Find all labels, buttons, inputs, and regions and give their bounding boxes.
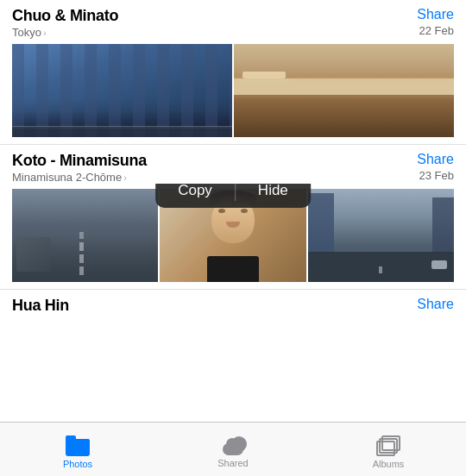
chevron-icon-2: ›: [123, 172, 127, 183]
tab-photos-label: Photos: [63, 459, 92, 469]
copy-menu-item[interactable]: Copy: [155, 184, 235, 208]
tab-shared[interactable]: Shared: [155, 431, 311, 468]
albums-icon: [376, 435, 400, 456]
share-button-2[interactable]: Share: [417, 152, 454, 167]
section-title-left: Chuo & Minato Tokyo ›: [12, 7, 118, 39]
tab-albums-label: Albums: [373, 459, 405, 469]
photo-grid-1: [12, 39, 454, 137]
date-label-2: 23 Feb: [417, 169, 454, 182]
share-button-3[interactable]: Share: [417, 297, 454, 312]
section-title-left-3: Hua Hin: [12, 297, 69, 315]
photo-thumb-road[interactable]: [12, 189, 158, 282]
photo-thumb[interactable]: [12, 44, 232, 137]
tab-bar: Photos Shared Albums: [0, 422, 466, 476]
section-title: Chuo & Minato: [12, 7, 118, 25]
cloud-icon: [219, 436, 247, 455]
section-title-2: Koto - Minamisuna: [12, 152, 147, 170]
section-subtitle[interactable]: Tokyo ›: [12, 26, 118, 39]
section-title-left-2: Koto - Minamisuna Minamisuna 2-Chōme ›: [12, 152, 147, 184]
context-menu: Copy Hide: [155, 184, 311, 208]
section-subtitle-2[interactable]: Minamisuna 2-Chōme ›: [12, 171, 147, 184]
photo-grid-2: Copy Hide: [12, 184, 454, 282]
section-chuo-minato: Chuo & Minato Tokyo › Share 22 Feb: [0, 0, 466, 145]
section-header-right-3: Share: [417, 297, 454, 312]
tab-shared-label: Shared: [217, 458, 248, 468]
photo-thumb[interactable]: [234, 44, 454, 137]
section-header-right: Share 22 Feb: [417, 7, 454, 37]
section-hua-hin: Hua Hin Share: [0, 290, 466, 315]
hide-menu-item[interactable]: Hide: [236, 184, 311, 208]
photos-icon: [66, 435, 90, 456]
section-koto-minamisuna: Koto - Minamisuna Minamisuna 2-Chōme › S…: [0, 145, 466, 290]
section-title-3: Hua Hin: [12, 297, 69, 315]
section-header-right-2: Share 23 Feb: [417, 152, 454, 182]
chevron-icon: ›: [43, 28, 47, 38]
date-label: 22 Feb: [417, 24, 454, 37]
photo-thumb-city-road[interactable]: [308, 189, 454, 282]
tab-photos[interactable]: Photos: [0, 430, 155, 469]
tab-albums[interactable]: Albums: [311, 430, 466, 469]
share-button[interactable]: Share: [417, 7, 454, 22]
